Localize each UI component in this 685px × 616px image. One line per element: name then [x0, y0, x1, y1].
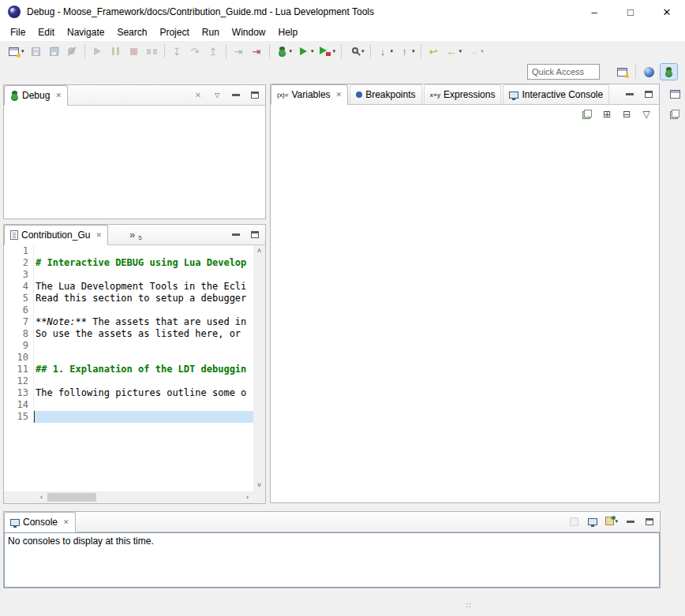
- expand-all-button[interactable]: ⊞: [601, 108, 613, 121]
- editor-line[interactable]: 15: [4, 411, 253, 423]
- step-into-button[interactable]: ↧: [169, 43, 185, 60]
- scroll-left-icon[interactable]: ‹: [36, 491, 47, 503]
- editor-line[interactable]: 5Read this section to setup a debugger: [4, 293, 253, 304]
- editor-line[interactable]: 1: [4, 245, 253, 257]
- run-as-button[interactable]: ▾: [295, 43, 316, 60]
- disconnect-button[interactable]: [144, 43, 160, 60]
- dropdown-arrow-icon[interactable]: ▾: [459, 48, 462, 54]
- external-tools-button[interactable]: ▾: [317, 43, 338, 60]
- restore-minimized-stack-button[interactable]: [668, 107, 682, 121]
- editor-line[interactable]: 4The Lua Development Tools in the Ecli: [4, 281, 253, 293]
- window-maximize-button[interactable]: □: [612, 0, 649, 24]
- suspend-button[interactable]: [107, 43, 124, 60]
- quick-access-input[interactable]: Quick Access: [527, 64, 600, 80]
- dropdown-arrow-icon[interactable]: ▾: [311, 48, 314, 54]
- resize-grip[interactable]: ∷: [466, 601, 470, 610]
- step-over-button[interactable]: ↷: [187, 43, 204, 60]
- editor-line[interactable]: 14: [4, 399, 253, 411]
- editor-line[interactable]: 7**Note:** The assets that are used in: [4, 316, 253, 328]
- clear-console-button[interactable]: [567, 515, 580, 528]
- editor-line[interactable]: 11## 1. Explanation of the LDT debuggin: [4, 364, 253, 375]
- collapse-all-button[interactable]: ⊟: [620, 108, 633, 121]
- save-all-button[interactable]: [46, 43, 62, 60]
- drop-to-frame-button[interactable]: ⇥: [230, 43, 247, 60]
- last-edit-location-button[interactable]: ↩: [425, 43, 442, 60]
- scroll-up-icon[interactable]: ˄: [253, 245, 265, 257]
- minimize-button[interactable]: [230, 88, 242, 101]
- menu-edit[interactable]: Edit: [32, 24, 61, 40]
- previous-annotation-button[interactable]: ↑▾: [396, 43, 417, 60]
- window-minimize-button[interactable]: –: [576, 0, 612, 24]
- resume-button[interactable]: [89, 43, 106, 60]
- tab-contribution-guide[interactable]: Contribution_Gu ✕: [4, 225, 108, 245]
- editor-vertical-scrollbar[interactable]: ˄ ˅: [253, 245, 265, 491]
- dropdown-arrow-icon[interactable]: ▾: [615, 518, 618, 525]
- new-wizard-button[interactable]: ▾: [6, 43, 26, 60]
- editor-line[interactable]: 6: [4, 304, 253, 316]
- skip-all-breakpoints-button[interactable]: [64, 43, 80, 60]
- search-button[interactable]: ▾: [346, 43, 366, 60]
- step-return-button[interactable]: ↥: [205, 43, 222, 60]
- editor-line[interactable]: 13The following pictures outline some o: [4, 387, 253, 399]
- minimize-button[interactable]: [623, 88, 636, 100]
- show-logical-structure-button[interactable]: [581, 108, 593, 121]
- menu-project[interactable]: Project: [153, 24, 195, 40]
- editor-line[interactable]: 10: [4, 352, 253, 364]
- minimize-button[interactable]: [624, 515, 637, 528]
- menu-help[interactable]: Help: [272, 24, 305, 40]
- tab-overflow-button[interactable]: » 5: [124, 225, 148, 245]
- dropdown-arrow-icon[interactable]: ▾: [21, 48, 24, 54]
- save-button[interactable]: [28, 43, 44, 60]
- maximize-button[interactable]: [642, 88, 655, 100]
- tab-variables[interactable]: (x)=Variables✕: [271, 84, 348, 105]
- menu-navigate[interactable]: Navigate: [61, 24, 110, 40]
- window-close-button[interactable]: ✕: [649, 0, 685, 24]
- dropdown-arrow-icon[interactable]: ▾: [412, 48, 415, 54]
- editor-line[interactable]: 3: [4, 269, 253, 281]
- next-annotation-button[interactable]: ↓▾: [375, 43, 395, 60]
- close-icon[interactable]: ✕: [63, 518, 69, 526]
- tab-debug[interactable]: Debug ✕: [4, 85, 68, 106]
- debug-as-button[interactable]: ▾: [274, 43, 294, 60]
- maximize-button[interactable]: [643, 515, 656, 528]
- use-step-filters-button[interactable]: ⇥: [249, 43, 265, 60]
- dropdown-arrow-icon[interactable]: ▾: [361, 48, 365, 54]
- tab-breakpoints[interactable]: Breakpoints: [350, 84, 421, 104]
- scroll-down-icon[interactable]: ˅: [253, 480, 265, 491]
- back-button[interactable]: ←▾: [444, 43, 464, 60]
- ldt-perspective-button[interactable]: [640, 63, 658, 80]
- scroll-right-icon[interactable]: ›: [241, 491, 253, 503]
- console-content[interactable]: No consoles to display at this time.: [4, 532, 660, 588]
- close-icon[interactable]: ✕: [95, 231, 102, 239]
- dropdown-arrow-icon[interactable]: ▾: [333, 48, 336, 54]
- menu-run[interactable]: Run: [196, 24, 226, 40]
- tab-expressions[interactable]: x+yExpressions: [424, 84, 502, 104]
- debug-view-content[interactable]: [4, 106, 265, 218]
- minimize-button[interactable]: [230, 228, 242, 241]
- dropdown-arrow-icon[interactable]: ▾: [290, 48, 293, 54]
- remove-all-terminated-button[interactable]: ✕: [192, 88, 204, 101]
- scrollbar-thumb[interactable]: [47, 493, 96, 502]
- view-menu-button[interactable]: ▽: [640, 108, 653, 121]
- open-console-button[interactable]: ▾: [605, 515, 618, 528]
- display-selected-console-button[interactable]: [586, 515, 599, 528]
- editor-line[interactable]: 9: [4, 340, 253, 352]
- close-icon[interactable]: ✕: [55, 91, 62, 99]
- editor-line[interactable]: 8So use the assets as listed here, or: [4, 328, 253, 340]
- tab-interactive-console[interactable]: Interactive Console: [503, 84, 609, 104]
- dropdown-arrow-icon[interactable]: ▾: [481, 48, 484, 54]
- editor-horizontal-scrollbar[interactable]: ‹ ›: [36, 491, 253, 503]
- view-menu-button[interactable]: ▽: [211, 88, 223, 101]
- editor-lines[interactable]: 12# Interactive DEBUG using Lua Develop3…: [4, 245, 253, 491]
- terminate-button[interactable]: [125, 43, 142, 60]
- debug-perspective-button[interactable]: [660, 63, 678, 80]
- close-icon[interactable]: ✕: [336, 91, 342, 99]
- editor-line[interactable]: 2# Interactive DEBUG using Lua Develop: [4, 257, 253, 269]
- editor-line[interactable]: 12: [4, 375, 253, 387]
- forward-button[interactable]: →▾: [465, 43, 485, 60]
- variables-view-content[interactable]: [271, 124, 659, 502]
- menu-window[interactable]: Window: [226, 24, 272, 40]
- tab-console[interactable]: Console ✕: [4, 512, 76, 532]
- menu-search[interactable]: Search: [110, 24, 153, 40]
- open-perspective-button[interactable]: [613, 63, 631, 80]
